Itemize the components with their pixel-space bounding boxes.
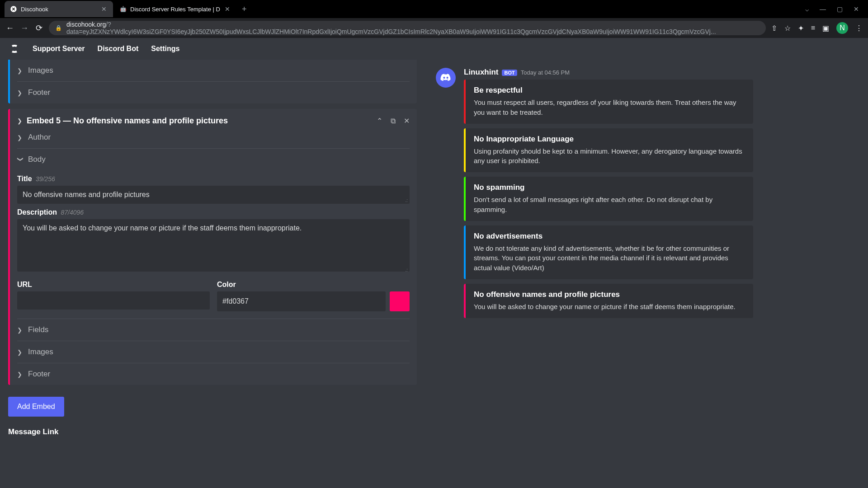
preview-embed: Be respectfulYou must respect all users,… xyxy=(464,80,753,124)
tab-favicon: 🤖 xyxy=(119,5,127,13)
url-input[interactable] xyxy=(17,291,210,310)
preview-embed-title: No spamming xyxy=(474,183,745,192)
window-close-icon[interactable]: ✕ xyxy=(854,5,859,13)
browser-tab[interactable]: 🤖 Discord Server Rules Template | D ✕ xyxy=(114,1,236,17)
duplicate-icon[interactable]: ⧉ xyxy=(391,117,396,125)
preview-embed-title: Be respectful xyxy=(474,86,745,95)
url-domain: discohook.org xyxy=(66,21,106,28)
app-header: Support Server Discord Bot Settings xyxy=(0,38,868,60)
title-field-label: Title 39/256 xyxy=(17,175,410,183)
app-logo-icon[interactable] xyxy=(9,43,20,54)
preview-embed-desc: We do not tolerate any kind of advertise… xyxy=(474,244,745,273)
section-author[interactable]: ❯ Author xyxy=(10,130,417,148)
tab-dropdown-icon[interactable]: ⌵ xyxy=(805,5,809,13)
chrome-menu-icon[interactable]: ⋮ xyxy=(855,24,863,33)
chevron-right-icon: ❯ xyxy=(17,89,24,96)
chevron-down-icon: ❯ xyxy=(17,156,24,163)
embed-title: Embed 5 — No offensive names and profile… xyxy=(27,116,372,126)
url-path: /?data=eyJtZXNzYWdlcyI6W3siZGF0YSI6eyJjb… xyxy=(66,21,716,35)
message-link-label: Message Link xyxy=(8,427,417,436)
delete-icon[interactable]: ✕ xyxy=(404,117,410,125)
section-fields[interactable]: ❯ Fields xyxy=(10,319,417,341)
maximize-icon[interactable]: ▢ xyxy=(837,5,843,13)
preview-embed-desc: You will be asked to change your name or… xyxy=(474,302,745,312)
bot-avatar xyxy=(436,68,456,88)
section-label: Fields xyxy=(28,325,48,334)
nav-support-server[interactable]: Support Server xyxy=(33,45,85,53)
editor-pane: ❯ Images ❯ Footer ❯ Embed 5 — No offensi… xyxy=(0,60,425,488)
color-field-label: Color xyxy=(217,281,410,289)
section-label: Images xyxy=(28,66,53,75)
nav-back-icon[interactable]: ← xyxy=(5,23,14,33)
embed-header[interactable]: ❯ Embed 5 — No offensive names and profi… xyxy=(10,109,417,130)
nav-settings[interactable]: Settings xyxy=(151,45,179,53)
chevron-right-icon: ❯ xyxy=(17,371,24,378)
preview-embed-title: No Inappropriate Language xyxy=(474,135,745,144)
tab-bar: Discohook ✕ 🤖 Discord Server Rules Templ… xyxy=(0,0,868,18)
tab-close-icon[interactable]: ✕ xyxy=(224,5,231,13)
preview-embed: No offensive names and profile picturesY… xyxy=(464,284,753,318)
profile-avatar[interactable]: N xyxy=(836,22,848,34)
preview-embed-desc: Using profanity should be kept to a mini… xyxy=(474,146,745,166)
embed-card-4-partial: ❯ Images ❯ Footer xyxy=(8,60,417,103)
url-field-label: URL xyxy=(17,281,210,289)
section-label: Images xyxy=(28,347,53,357)
discord-icon xyxy=(440,72,452,84)
nav-reload-icon[interactable]: ⟳ xyxy=(34,23,43,33)
new-tab-button[interactable]: + xyxy=(237,5,251,14)
section-body[interactable]: ❯ Body xyxy=(10,149,417,170)
section-images[interactable]: ❯ Images xyxy=(10,60,417,81)
section-label: Footer xyxy=(28,88,50,97)
nav-discord-bot[interactable]: Discord Bot xyxy=(98,45,139,53)
chevron-right-icon: ❯ xyxy=(17,327,24,333)
add-embed-button[interactable]: Add Embed xyxy=(8,397,64,417)
preview-embed-title: No advertisements xyxy=(474,232,745,241)
browser-tab-active[interactable]: Discohook ✕ xyxy=(5,1,113,17)
desc-count: 87/4096 xyxy=(61,209,84,216)
chevron-down-icon: ❯ xyxy=(17,117,22,124)
preview-username: Linuxhint xyxy=(464,68,498,77)
tab-title: Discord Server Rules Template | D xyxy=(130,6,220,13)
bot-badge: BOT xyxy=(502,70,517,76)
tab-favicon xyxy=(10,5,17,13)
title-count: 39/256 xyxy=(36,175,55,183)
reading-list-icon[interactable]: ≡ xyxy=(811,24,815,32)
collapse-icon[interactable]: ⌃ xyxy=(377,117,382,125)
color-swatch[interactable] xyxy=(390,291,410,311)
preview-embed: No advertisementsWe do not tolerate any … xyxy=(464,225,753,279)
tab-close-icon[interactable]: ✕ xyxy=(100,5,108,13)
extensions-icon[interactable]: ✦ xyxy=(798,24,804,33)
preview-embed-desc: Don't send a lot of small messages right… xyxy=(474,195,745,215)
section-label: Footer xyxy=(28,370,50,379)
chevron-right-icon: ❯ xyxy=(17,134,24,141)
section-footer[interactable]: ❯ Footer xyxy=(10,363,417,385)
color-input[interactable] xyxy=(217,291,386,311)
preview-embed-desc: You must respect all users, regardless o… xyxy=(474,98,745,117)
embed-card-5: ❯ Embed 5 — No offensive names and profi… xyxy=(8,109,417,385)
section-label: Body xyxy=(28,155,46,164)
description-input[interactable]: You will be asked to change your name or… xyxy=(17,219,410,272)
desc-field-label: Description 87/4096 xyxy=(17,208,410,216)
section-images[interactable]: ❯ Images xyxy=(10,341,417,363)
share-icon[interactable]: ⇧ xyxy=(771,24,777,33)
title-input[interactable] xyxy=(17,186,410,204)
url-bar[interactable]: 🔒 discohook.org/?data=eyJtZXNzYWdlcyI6W3… xyxy=(49,21,766,35)
section-label: Author xyxy=(28,133,51,142)
chevron-right-icon: ❯ xyxy=(17,349,24,356)
chevron-right-icon: ❯ xyxy=(17,67,24,74)
url-bar-row: ← → ⟳ 🔒 discohook.org/?data=eyJtZXNzYWdl… xyxy=(0,18,868,38)
minimize-icon[interactable]: — xyxy=(820,5,826,13)
preview-embed-title: No offensive names and profile pictures xyxy=(474,290,745,299)
preview-embed: No spammingDon't send a lot of small mes… xyxy=(464,177,753,221)
preview-embed: No Inappropriate LanguageUsing profanity… xyxy=(464,128,753,173)
tab-title: Discohook xyxy=(21,6,97,13)
lock-icon: 🔒 xyxy=(55,25,62,31)
preview-pane: Linuxhint BOT Today at 04:56 PM Be respe… xyxy=(425,60,868,488)
bookmark-icon[interactable]: ☆ xyxy=(784,24,791,33)
section-footer[interactable]: ❯ Footer xyxy=(10,82,417,103)
preview-timestamp: Today at 04:56 PM xyxy=(521,69,570,76)
side-panel-icon[interactable]: ▣ xyxy=(822,24,829,33)
nav-forward-icon[interactable]: → xyxy=(20,23,29,33)
